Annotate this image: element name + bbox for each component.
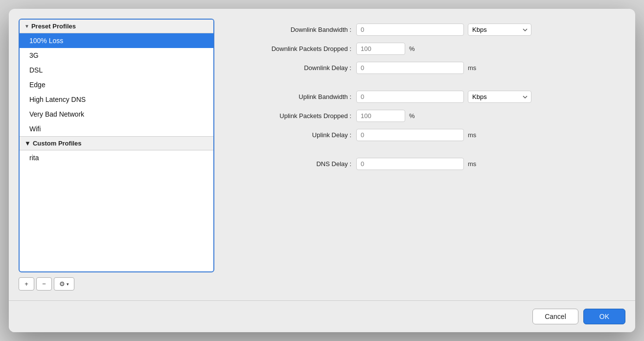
label-downlink-delay: Downlink Delay :	[234, 64, 351, 72]
preset-item[interactable]: High Latency DNS	[20, 92, 213, 107]
preset-triangle-icon: ▼	[24, 24, 29, 29]
settings-form: Downlink Bandwidth :KbpsMbpsDownlink Pac…	[234, 24, 625, 177]
preset-item[interactable]: Wifi	[20, 122, 213, 136]
add-profile-button[interactable]: +	[19, 277, 34, 291]
preset-profiles-label: Preset Profiles	[31, 23, 76, 30]
form-spacer	[234, 148, 625, 158]
form-group-uplink-bandwidth: Uplink Bandwidth :KbpsMbps	[234, 91, 625, 103]
form-group-uplink-delay: Uplink Delay :ms	[234, 129, 625, 141]
unit-label-downlink-packets-dropped: %	[409, 45, 415, 52]
unit-select-uplink-bandwidth[interactable]: KbpsMbps	[468, 91, 531, 103]
form-group-downlink-bandwidth: Downlink Bandwidth :KbpsMbps	[234, 24, 625, 36]
input-downlink-delay[interactable]	[356, 62, 464, 74]
label-dns-delay: DNS Delay :	[234, 160, 351, 168]
label-downlink-bandwidth: Downlink Bandwidth :	[234, 26, 351, 33]
preset-item[interactable]: 3G	[20, 48, 213, 63]
gear-button[interactable]: ⚙ ▾	[54, 277, 74, 291]
preset-item[interactable]: Very Bad Network	[20, 107, 213, 122]
custom-items-list: rita	[20, 150, 213, 271]
label-downlink-packets-dropped: Downlink Packets Dropped :	[234, 45, 351, 52]
form-spacer	[234, 81, 625, 91]
ok-button[interactable]: OK	[583, 309, 625, 324]
form-group-downlink-packets-dropped: Downlink Packets Dropped :%	[234, 43, 625, 55]
profiles-toolbar: + − ⚙ ▾	[19, 277, 214, 291]
preset-item[interactable]: DSL	[20, 63, 213, 77]
preset-profiles-header: ▼ Preset Profiles	[20, 20, 213, 33]
input-dns-delay[interactable]	[356, 158, 464, 170]
custom-triangle-icon: ▼	[24, 140, 31, 147]
input-uplink-bandwidth[interactable]	[356, 91, 464, 103]
cancel-button[interactable]: Cancel	[532, 309, 578, 324]
unit-label-uplink-packets-dropped: %	[409, 112, 415, 120]
custom-profiles-header: ▼ Custom Profiles	[20, 136, 213, 150]
right-panel: Downlink Bandwidth :KbpsMbpsDownlink Pac…	[214, 19, 625, 291]
gear-icon: ⚙	[59, 280, 65, 288]
remove-profile-button[interactable]: −	[36, 277, 52, 291]
custom-item[interactable]: rita	[20, 150, 213, 165]
left-panel: ▼ Preset Profiles 100% Loss3GDSLEdgeHigh…	[19, 19, 214, 291]
unit-select-downlink-bandwidth[interactable]: KbpsMbps	[468, 24, 531, 36]
preset-item[interactable]: 100% Loss	[20, 33, 213, 48]
unit-label-dns-delay: ms	[468, 160, 476, 168]
network-conditioner-dialog: ▼ Preset Profiles 100% Loss3GDSLEdgeHigh…	[9, 9, 635, 332]
label-uplink-packets-dropped: Uplink Packets Dropped :	[234, 112, 351, 120]
dialog-footer: Cancel OK	[9, 300, 635, 332]
input-downlink-bandwidth[interactable]	[356, 24, 464, 36]
label-uplink-bandwidth: Uplink Bandwidth :	[234, 93, 351, 100]
unit-label-downlink-delay: ms	[468, 64, 476, 72]
dialog-content: ▼ Preset Profiles 100% Loss3GDSLEdgeHigh…	[9, 9, 635, 300]
input-uplink-delay[interactable]	[356, 129, 464, 141]
preset-item[interactable]: Edge	[20, 77, 213, 92]
form-group-dns-delay: DNS Delay :ms	[234, 158, 625, 170]
gear-dropdown-icon: ▾	[67, 282, 69, 287]
form-group-downlink-delay: Downlink Delay :ms	[234, 62, 625, 74]
form-group-uplink-packets-dropped: Uplink Packets Dropped :%	[234, 110, 625, 122]
profiles-tree: ▼ Preset Profiles 100% Loss3GDSLEdgeHigh…	[19, 19, 214, 272]
unit-label-uplink-delay: ms	[468, 131, 476, 139]
custom-profiles-label: Custom Profiles	[33, 140, 82, 147]
input-uplink-packets-dropped[interactable]	[356, 110, 405, 122]
label-uplink-delay: Uplink Delay :	[234, 131, 351, 139]
input-downlink-packets-dropped[interactable]	[356, 43, 405, 55]
preset-items-list: 100% Loss3GDSLEdgeHigh Latency DNSVery B…	[20, 33, 213, 136]
